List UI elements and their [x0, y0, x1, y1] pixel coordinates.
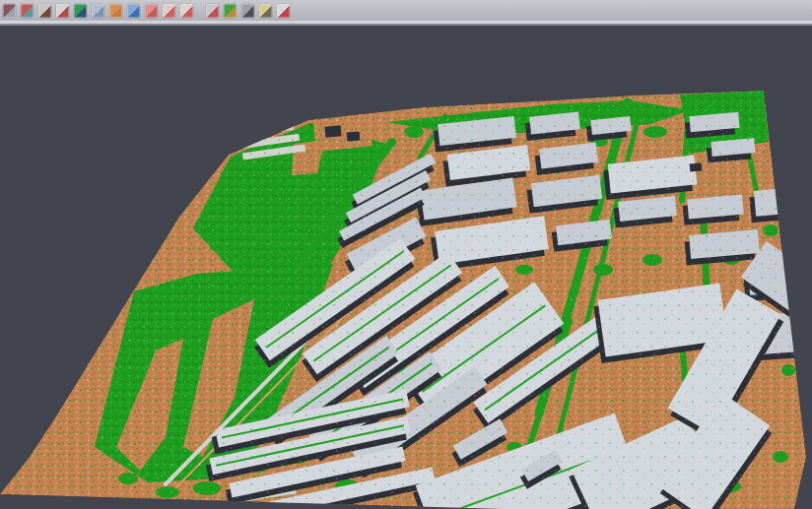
orange-square-icon[interactable] — [109, 4, 122, 18]
red-cross-icon[interactable] — [206, 4, 219, 18]
application-window — [0, 0, 812, 509]
points-red-dot-icon[interactable] — [56, 4, 69, 18]
globe-icon[interactable] — [127, 4, 140, 18]
extent-brackets-icon[interactable] — [180, 4, 193, 18]
hatch-tan-icon[interactable] — [259, 4, 272, 18]
mountain-icon[interactable] — [38, 4, 51, 18]
toolbar — [0, 0, 812, 21]
classification-colors-icon[interactable] — [224, 4, 237, 18]
3d-viewport[interactable] — [0, 26, 812, 509]
point-cloud-scene — [0, 26, 812, 509]
dark-blob-icon[interactable] — [241, 4, 254, 18]
panel-blue-icon[interactable] — [92, 4, 104, 18]
red-bars-icon[interactable] — [145, 4, 158, 18]
red-ring-icon[interactable] — [163, 4, 175, 18]
points-maroon-icon[interactable] — [3, 4, 16, 18]
scatter-red-teal-icon[interactable] — [21, 4, 34, 18]
red-white-icon[interactable] — [277, 4, 290, 18]
terrain-green-icon[interactable] — [74, 4, 87, 18]
